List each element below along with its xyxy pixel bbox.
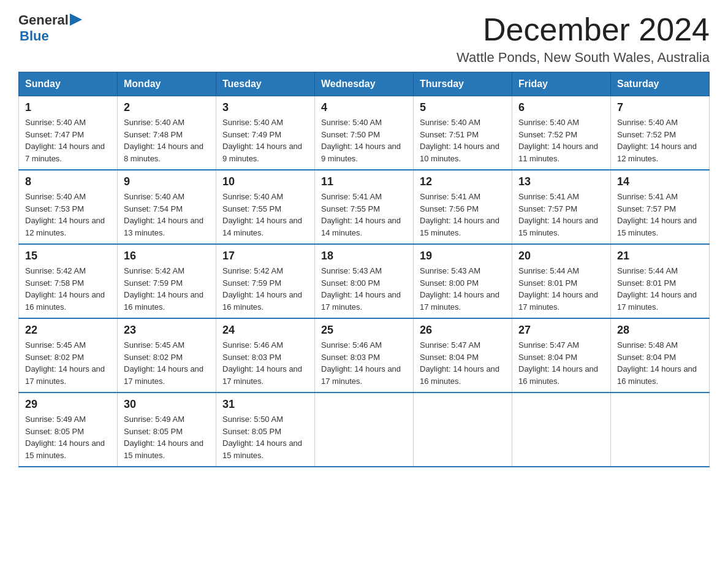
day-number: 31 (222, 398, 308, 411)
day-of-week-header: Monday (118, 72, 216, 96)
day-info: Sunrise: 5:40 AMSunset: 7:53 PMDaylight:… (25, 191, 111, 239)
calendar-cell (414, 393, 512, 467)
day-number: 27 (518, 324, 604, 337)
calendar-cell: 30Sunrise: 5:49 AMSunset: 8:05 PMDayligh… (118, 393, 216, 467)
calendar-cell: 15Sunrise: 5:42 AMSunset: 7:58 PMDayligh… (19, 244, 118, 318)
day-info: Sunrise: 5:40 AMSunset: 7:50 PMDaylight:… (321, 117, 407, 164)
calendar-week-row: 1Sunrise: 5:40 AMSunset: 7:47 PMDaylight… (19, 96, 710, 170)
day-number: 7 (617, 101, 703, 114)
calendar-cell: 3Sunrise: 5:40 AMSunset: 7:49 PMDaylight… (216, 96, 315, 170)
calendar-cell: 1Sunrise: 5:40 AMSunset: 7:47 PMDaylight… (19, 96, 118, 170)
calendar-cell: 12Sunrise: 5:41 AMSunset: 7:56 PMDayligh… (414, 170, 512, 244)
calendar-cell: 18Sunrise: 5:43 AMSunset: 8:00 PMDayligh… (315, 244, 414, 318)
day-info: Sunrise: 5:40 AMSunset: 7:49 PMDaylight:… (222, 117, 308, 164)
calendar-week-row: 8Sunrise: 5:40 AMSunset: 7:53 PMDaylight… (19, 170, 710, 244)
calendar-cell: 16Sunrise: 5:42 AMSunset: 7:59 PMDayligh… (118, 244, 216, 318)
day-info: Sunrise: 5:48 AMSunset: 8:04 PMDaylight:… (617, 339, 703, 387)
day-info: Sunrise: 5:40 AMSunset: 7:52 PMDaylight:… (617, 117, 703, 164)
day-info: Sunrise: 5:47 AMSunset: 8:04 PMDaylight:… (420, 339, 506, 387)
calendar-cell: 5Sunrise: 5:40 AMSunset: 7:51 PMDaylight… (414, 96, 512, 170)
calendar-week-row: 29Sunrise: 5:49 AMSunset: 8:05 PMDayligh… (19, 393, 710, 467)
day-info: Sunrise: 5:46 AMSunset: 8:03 PMDaylight:… (222, 339, 308, 387)
day-number: 2 (124, 101, 210, 114)
day-info: Sunrise: 5:42 AMSunset: 7:58 PMDaylight:… (25, 265, 111, 313)
calendar-cell: 22Sunrise: 5:45 AMSunset: 8:02 PMDayligh… (19, 318, 118, 393)
calendar-cell: 20Sunrise: 5:44 AMSunset: 8:01 PMDayligh… (512, 244, 611, 318)
day-number: 28 (617, 324, 703, 337)
day-number: 11 (321, 175, 407, 188)
day-info: Sunrise: 5:41 AMSunset: 7:57 PMDaylight:… (518, 191, 604, 239)
day-number: 29 (25, 398, 111, 411)
calendar-cell: 7Sunrise: 5:40 AMSunset: 7:52 PMDaylight… (611, 96, 710, 170)
calendar-cell: 8Sunrise: 5:40 AMSunset: 7:53 PMDaylight… (19, 170, 118, 244)
calendar-week-row: 15Sunrise: 5:42 AMSunset: 7:58 PMDayligh… (19, 244, 710, 318)
day-number: 15 (25, 250, 111, 262)
day-number: 23 (124, 324, 210, 337)
title-block: December 2024 Wattle Ponds, New South Wa… (457, 12, 710, 66)
day-number: 1 (25, 101, 111, 114)
calendar-cell: 9Sunrise: 5:40 AMSunset: 7:54 PMDaylight… (118, 170, 216, 244)
calendar-cell: 19Sunrise: 5:43 AMSunset: 8:00 PMDayligh… (414, 244, 512, 318)
day-info: Sunrise: 5:41 AMSunset: 7:56 PMDaylight:… (420, 191, 506, 239)
calendar-cell: 27Sunrise: 5:47 AMSunset: 8:04 PMDayligh… (512, 318, 611, 393)
day-info: Sunrise: 5:44 AMSunset: 8:01 PMDaylight:… (617, 265, 703, 313)
day-number: 20 (518, 250, 604, 262)
calendar-cell: 11Sunrise: 5:41 AMSunset: 7:55 PMDayligh… (315, 170, 414, 244)
day-info: Sunrise: 5:40 AMSunset: 7:51 PMDaylight:… (420, 117, 506, 164)
day-info: Sunrise: 5:45 AMSunset: 8:02 PMDaylight:… (25, 339, 111, 387)
calendar-cell: 23Sunrise: 5:45 AMSunset: 8:02 PMDayligh… (118, 318, 216, 393)
calendar-cell: 6Sunrise: 5:40 AMSunset: 7:52 PMDaylight… (512, 96, 611, 170)
calendar-cell: 14Sunrise: 5:41 AMSunset: 7:57 PMDayligh… (611, 170, 710, 244)
day-number: 21 (617, 250, 703, 262)
day-info: Sunrise: 5:40 AMSunset: 7:54 PMDaylight:… (124, 191, 210, 239)
calendar-cell: 17Sunrise: 5:42 AMSunset: 7:59 PMDayligh… (216, 244, 315, 318)
day-info: Sunrise: 5:45 AMSunset: 8:02 PMDaylight:… (124, 339, 210, 387)
day-of-week-header: Wednesday (315, 72, 414, 96)
calendar-cell: 4Sunrise: 5:40 AMSunset: 7:50 PMDaylight… (315, 96, 414, 170)
svg-marker-0 (70, 13, 82, 26)
day-of-week-header: Tuesday (216, 72, 315, 96)
logo-arrow-icon (70, 13, 82, 26)
calendar-cell: 24Sunrise: 5:46 AMSunset: 8:03 PMDayligh… (216, 318, 315, 393)
calendar-cell (315, 393, 414, 467)
day-info: Sunrise: 5:46 AMSunset: 8:03 PMDaylight:… (321, 339, 407, 387)
day-info: Sunrise: 5:47 AMSunset: 8:04 PMDaylight:… (518, 339, 604, 387)
day-number: 22 (25, 324, 111, 337)
day-info: Sunrise: 5:42 AMSunset: 7:59 PMDaylight:… (124, 265, 210, 313)
calendar-week-row: 22Sunrise: 5:45 AMSunset: 8:02 PMDayligh… (19, 318, 710, 393)
calendar-cell: 28Sunrise: 5:48 AMSunset: 8:04 PMDayligh… (611, 318, 710, 393)
calendar-cell: 2Sunrise: 5:40 AMSunset: 7:48 PMDaylight… (118, 96, 216, 170)
calendar-cell: 25Sunrise: 5:46 AMSunset: 8:03 PMDayligh… (315, 318, 414, 393)
day-info: Sunrise: 5:40 AMSunset: 7:55 PMDaylight:… (222, 191, 308, 239)
day-info: Sunrise: 5:43 AMSunset: 8:00 PMDaylight:… (321, 265, 407, 313)
day-info: Sunrise: 5:41 AMSunset: 7:55 PMDaylight:… (321, 191, 407, 239)
day-info: Sunrise: 5:43 AMSunset: 8:00 PMDaylight:… (420, 265, 506, 313)
calendar-table: SundayMondayTuesdayWednesdayThursdayFrid… (18, 72, 710, 467)
day-number: 3 (222, 101, 308, 114)
day-info: Sunrise: 5:41 AMSunset: 7:57 PMDaylight:… (617, 191, 703, 239)
day-number: 25 (321, 324, 407, 337)
day-number: 26 (420, 324, 506, 337)
day-info: Sunrise: 5:49 AMSunset: 8:05 PMDaylight:… (124, 413, 210, 461)
day-number: 30 (124, 398, 210, 411)
day-number: 14 (617, 175, 703, 188)
logo-general-text: General (18, 12, 69, 28)
day-info: Sunrise: 5:40 AMSunset: 7:52 PMDaylight:… (518, 117, 604, 164)
day-of-week-header: Sunday (19, 72, 118, 96)
day-of-week-header: Saturday (611, 72, 710, 96)
calendar-cell: 21Sunrise: 5:44 AMSunset: 8:01 PMDayligh… (611, 244, 710, 318)
calendar-cell: 10Sunrise: 5:40 AMSunset: 7:55 PMDayligh… (216, 170, 315, 244)
day-info: Sunrise: 5:50 AMSunset: 8:05 PMDaylight:… (222, 413, 308, 461)
logo-blue-text: Blue (20, 28, 82, 44)
day-number: 10 (222, 175, 308, 188)
calendar-cell: 31Sunrise: 5:50 AMSunset: 8:05 PMDayligh… (216, 393, 315, 467)
day-number: 4 (321, 101, 407, 114)
day-number: 8 (25, 175, 111, 188)
page-header: General Blue December 2024 Wattle Ponds,… (18, 12, 710, 66)
day-number: 12 (420, 175, 506, 188)
calendar-cell: 29Sunrise: 5:49 AMSunset: 8:05 PMDayligh… (19, 393, 118, 467)
day-number: 13 (518, 175, 604, 188)
day-number: 9 (124, 175, 210, 188)
day-number: 24 (222, 324, 308, 337)
day-info: Sunrise: 5:42 AMSunset: 7:59 PMDaylight:… (222, 265, 308, 313)
